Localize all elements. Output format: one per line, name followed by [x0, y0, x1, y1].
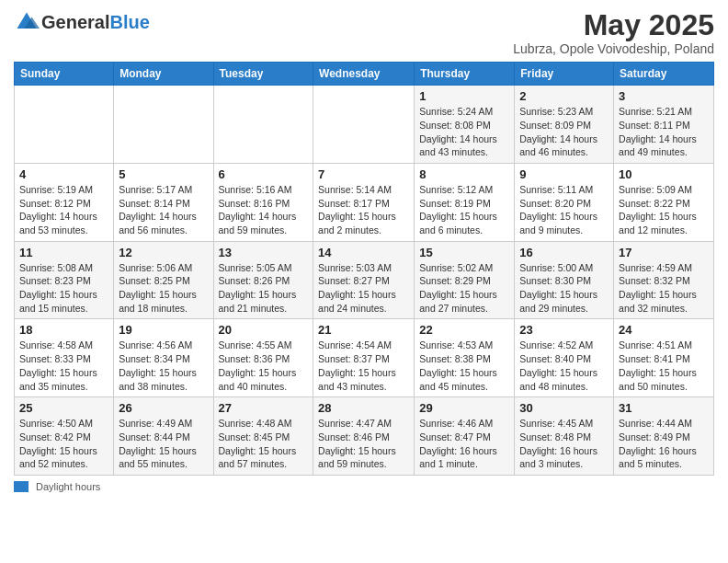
table-row: 4Sunrise: 5:19 AMSunset: 8:12 PMDaylight…	[15, 163, 114, 241]
table-row: 24Sunrise: 4:51 AMSunset: 8:41 PMDayligh…	[614, 319, 714, 397]
table-row: 6Sunrise: 5:16 AMSunset: 8:16 PMDaylight…	[213, 163, 313, 241]
day-number: 1	[419, 89, 509, 103]
table-row: 10Sunrise: 5:09 AMSunset: 8:22 PMDayligh…	[614, 163, 714, 241]
day-info: Sunrise: 4:47 AMSunset: 8:46 PMDaylight:…	[318, 417, 409, 471]
table-row: 13Sunrise: 5:05 AMSunset: 8:26 PMDayligh…	[213, 241, 313, 319]
calendar-header-row: Sunday Monday Tuesday Wednesday Thursday…	[15, 63, 714, 86]
logo-icon	[14, 9, 40, 35]
day-info: Sunrise: 4:48 AMSunset: 8:45 PMDaylight:…	[219, 417, 309, 471]
day-info: Sunrise: 4:56 AMSunset: 8:34 PMDaylight:…	[119, 339, 208, 393]
day-info: Sunrise: 5:17 AMSunset: 8:14 PMDaylight:…	[119, 183, 208, 237]
table-row: 25Sunrise: 4:50 AMSunset: 8:42 PMDayligh…	[15, 397, 114, 476]
day-info: Sunrise: 4:53 AMSunset: 8:38 PMDaylight:…	[419, 339, 509, 393]
day-info: Sunrise: 4:54 AMSunset: 8:37 PMDaylight:…	[318, 339, 409, 393]
day-number: 7	[318, 167, 409, 181]
day-number: 14	[318, 246, 409, 259]
table-row	[213, 86, 313, 164]
col-saturday: Saturday	[614, 63, 714, 86]
day-number: 2	[519, 89, 609, 103]
logo-general: General	[41, 12, 109, 33]
day-number: 3	[619, 89, 709, 103]
day-info: Sunrise: 5:02 AMSunset: 8:29 PMDaylight:…	[419, 261, 509, 316]
day-info: Sunrise: 5:06 AMSunset: 8:25 PMDaylight:…	[119, 261, 208, 316]
day-number: 4	[19, 167, 108, 181]
table-row	[114, 86, 213, 164]
col-monday: Monday	[114, 63, 213, 86]
day-info: Sunrise: 5:09 AMSunset: 8:22 PMDaylight:…	[619, 183, 709, 237]
table-row: 20Sunrise: 4:55 AMSunset: 8:36 PMDayligh…	[213, 319, 313, 397]
table-row: 23Sunrise: 4:52 AMSunset: 8:40 PMDayligh…	[515, 319, 614, 397]
table-row: 1Sunrise: 5:24 AMSunset: 8:08 PMDaylight…	[415, 86, 515, 164]
calendar-week-row: 18Sunrise: 4:58 AMSunset: 8:33 PMDayligh…	[15, 319, 714, 397]
col-sunday: Sunday	[15, 63, 114, 86]
table-row: 2Sunrise: 5:23 AMSunset: 8:09 PMDaylight…	[515, 86, 614, 164]
col-friday: Friday	[515, 63, 614, 86]
table-row: 27Sunrise: 4:48 AMSunset: 8:45 PMDayligh…	[213, 397, 313, 476]
day-info: Sunrise: 5:12 AMSunset: 8:19 PMDaylight:…	[419, 183, 509, 237]
logo: GeneralBlue	[14, 9, 150, 35]
day-number: 23	[519, 323, 609, 337]
table-row: 15Sunrise: 5:02 AMSunset: 8:29 PMDayligh…	[415, 241, 515, 319]
calendar-week-row: 1Sunrise: 5:24 AMSunset: 8:08 PMDaylight…	[15, 86, 714, 164]
day-number: 20	[219, 323, 309, 337]
day-number: 27	[219, 401, 309, 415]
day-info: Sunrise: 5:05 AMSunset: 8:26 PMDaylight:…	[219, 261, 309, 316]
day-number: 17	[619, 246, 709, 259]
day-number: 15	[419, 246, 509, 259]
day-info: Sunrise: 4:50 AMSunset: 8:42 PMDaylight:…	[19, 417, 108, 471]
table-row: 9Sunrise: 5:11 AMSunset: 8:20 PMDaylight…	[515, 163, 614, 241]
day-info: Sunrise: 5:19 AMSunset: 8:12 PMDaylight:…	[19, 183, 108, 237]
calendar-week-row: 4Sunrise: 5:19 AMSunset: 8:12 PMDaylight…	[15, 163, 714, 241]
table-row	[15, 86, 114, 164]
footer-label: Daylight hours	[36, 481, 100, 492]
day-number: 21	[318, 323, 409, 337]
day-info: Sunrise: 4:52 AMSunset: 8:40 PMDaylight:…	[519, 339, 609, 393]
day-number: 13	[219, 246, 309, 259]
day-number: 10	[619, 167, 709, 181]
day-number: 29	[419, 401, 509, 415]
subtitle: Lubrza, Opole Voivodeship, Poland	[513, 41, 714, 56]
day-number: 18	[19, 323, 108, 337]
table-row: 31Sunrise: 4:44 AMSunset: 8:49 PMDayligh…	[614, 397, 714, 476]
calendar-table: Sunday Monday Tuesday Wednesday Thursday…	[14, 62, 714, 476]
day-number: 9	[519, 167, 609, 181]
table-row: 3Sunrise: 5:21 AMSunset: 8:11 PMDaylight…	[614, 86, 714, 164]
table-row: 30Sunrise: 4:45 AMSunset: 8:48 PMDayligh…	[515, 397, 614, 476]
day-number: 22	[419, 323, 509, 337]
main-title: May 2025	[513, 9, 714, 41]
col-tuesday: Tuesday	[213, 63, 313, 86]
table-row: 16Sunrise: 5:00 AMSunset: 8:30 PMDayligh…	[515, 241, 614, 319]
day-number: 11	[19, 246, 108, 259]
calendar-week-row: 25Sunrise: 4:50 AMSunset: 8:42 PMDayligh…	[15, 397, 714, 476]
footer: Daylight hours	[14, 481, 714, 492]
table-row: 18Sunrise: 4:58 AMSunset: 8:33 PMDayligh…	[15, 319, 114, 397]
day-info: Sunrise: 4:51 AMSunset: 8:41 PMDaylight:…	[619, 339, 709, 393]
col-wednesday: Wednesday	[313, 63, 415, 86]
day-number: 8	[419, 167, 509, 181]
table-row: 22Sunrise: 4:53 AMSunset: 8:38 PMDayligh…	[415, 319, 515, 397]
day-number: 31	[619, 401, 709, 415]
day-number: 5	[119, 167, 208, 181]
table-row: 5Sunrise: 5:17 AMSunset: 8:14 PMDaylight…	[114, 163, 213, 241]
table-row: 28Sunrise: 4:47 AMSunset: 8:46 PMDayligh…	[313, 397, 415, 476]
day-info: Sunrise: 5:03 AMSunset: 8:27 PMDaylight:…	[318, 261, 409, 316]
table-row: 26Sunrise: 4:49 AMSunset: 8:44 PMDayligh…	[114, 397, 213, 476]
day-info: Sunrise: 5:00 AMSunset: 8:30 PMDaylight:…	[519, 261, 609, 316]
table-row: 14Sunrise: 5:03 AMSunset: 8:27 PMDayligh…	[313, 241, 415, 319]
day-info: Sunrise: 4:46 AMSunset: 8:47 PMDaylight:…	[419, 417, 509, 471]
day-number: 30	[519, 401, 609, 415]
day-info: Sunrise: 5:11 AMSunset: 8:20 PMDaylight:…	[519, 183, 609, 237]
table-row: 12Sunrise: 5:06 AMSunset: 8:25 PMDayligh…	[114, 241, 213, 319]
day-number: 12	[119, 246, 208, 259]
table-row: 17Sunrise: 4:59 AMSunset: 8:32 PMDayligh…	[614, 241, 714, 319]
table-row: 8Sunrise: 5:12 AMSunset: 8:19 PMDaylight…	[415, 163, 515, 241]
day-number: 19	[119, 323, 208, 337]
day-number: 25	[19, 401, 108, 415]
day-info: Sunrise: 5:23 AMSunset: 8:09 PMDaylight:…	[519, 105, 609, 159]
day-number: 6	[219, 167, 309, 181]
day-info: Sunrise: 4:59 AMSunset: 8:32 PMDaylight:…	[619, 261, 709, 316]
day-info: Sunrise: 4:44 AMSunset: 8:49 PMDaylight:…	[619, 417, 709, 471]
day-info: Sunrise: 4:45 AMSunset: 8:48 PMDaylight:…	[519, 417, 609, 471]
col-thursday: Thursday	[415, 63, 515, 86]
table-row: 21Sunrise: 4:54 AMSunset: 8:37 PMDayligh…	[313, 319, 415, 397]
